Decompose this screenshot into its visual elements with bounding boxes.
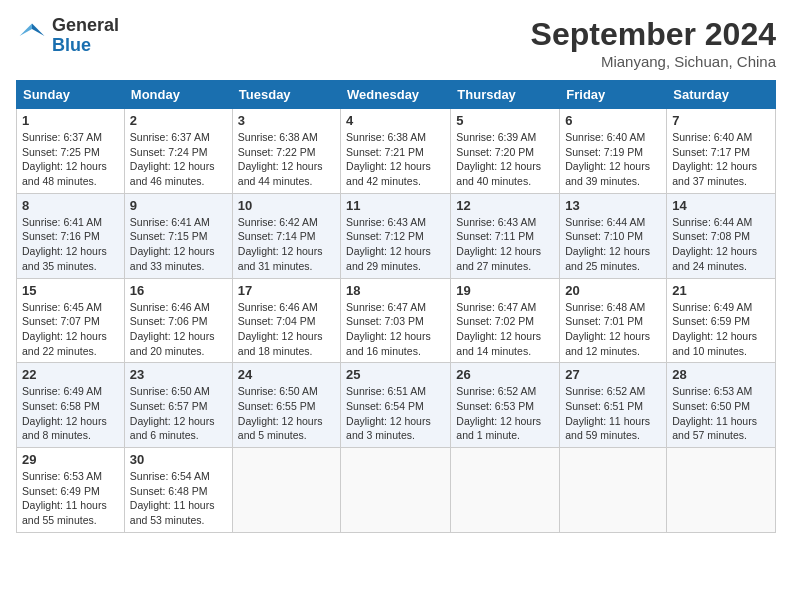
svg-marker-1 — [20, 23, 32, 35]
day-info: and 6 minutes. — [130, 428, 227, 443]
day-info: Sunset: 7:04 PM — [238, 314, 335, 329]
table-row — [667, 448, 776, 533]
day-info: Sunrise: 6:44 AM — [565, 215, 661, 230]
location-text: Mianyang, Sichuan, China — [531, 53, 776, 70]
table-row: 13Sunrise: 6:44 AMSunset: 7:10 PMDayligh… — [560, 193, 667, 278]
day-info: Sunset: 7:06 PM — [130, 314, 227, 329]
table-row — [341, 448, 451, 533]
day-info: Sunrise: 6:50 AM — [238, 384, 335, 399]
day-info: and 24 minutes. — [672, 259, 770, 274]
day-info: Sunrise: 6:43 AM — [456, 215, 554, 230]
day-info: and 39 minutes. — [565, 174, 661, 189]
day-info: Sunset: 7:22 PM — [238, 145, 335, 160]
day-info: and 22 minutes. — [22, 344, 119, 359]
day-info: and 31 minutes. — [238, 259, 335, 274]
day-info: Sunrise: 6:38 AM — [238, 130, 335, 145]
table-row: 5Sunrise: 6:39 AMSunset: 7:20 PMDaylight… — [451, 109, 560, 194]
day-info: Sunset: 6:48 PM — [130, 484, 227, 499]
table-row: 22Sunrise: 6:49 AMSunset: 6:58 PMDayligh… — [17, 363, 125, 448]
table-row — [232, 448, 340, 533]
table-row: 23Sunrise: 6:50 AMSunset: 6:57 PMDayligh… — [124, 363, 232, 448]
day-info: Sunset: 7:21 PM — [346, 145, 445, 160]
table-row: 20Sunrise: 6:48 AMSunset: 7:01 PMDayligh… — [560, 278, 667, 363]
day-number: 16 — [130, 283, 227, 298]
day-info: Sunrise: 6:40 AM — [565, 130, 661, 145]
day-info: Sunset: 6:51 PM — [565, 399, 661, 414]
day-number: 2 — [130, 113, 227, 128]
day-info: Sunrise: 6:44 AM — [672, 215, 770, 230]
table-row: 12Sunrise: 6:43 AMSunset: 7:11 PMDayligh… — [451, 193, 560, 278]
title-block: September 2024 Mianyang, Sichuan, China — [531, 16, 776, 70]
day-number: 13 — [565, 198, 661, 213]
table-row: 27Sunrise: 6:52 AMSunset: 6:51 PMDayligh… — [560, 363, 667, 448]
day-info: Sunset: 6:49 PM — [22, 484, 119, 499]
day-info: Sunset: 7:20 PM — [456, 145, 554, 160]
table-row: 21Sunrise: 6:49 AMSunset: 6:59 PMDayligh… — [667, 278, 776, 363]
day-info: Sunrise: 6:50 AM — [130, 384, 227, 399]
day-info: and 27 minutes. — [456, 259, 554, 274]
table-row — [560, 448, 667, 533]
day-number: 1 — [22, 113, 119, 128]
day-info: Sunrise: 6:39 AM — [456, 130, 554, 145]
table-row: 29Sunrise: 6:53 AMSunset: 6:49 PMDayligh… — [17, 448, 125, 533]
day-info: and 46 minutes. — [130, 174, 227, 189]
day-info: Sunrise: 6:49 AM — [22, 384, 119, 399]
day-info: Daylight: 12 hours — [346, 244, 445, 259]
day-number: 7 — [672, 113, 770, 128]
day-info: and 1 minute. — [456, 428, 554, 443]
calendar-header-row: Sunday Monday Tuesday Wednesday Thursday… — [17, 81, 776, 109]
calendar-table: Sunday Monday Tuesday Wednesday Thursday… — [16, 80, 776, 533]
page-header: General Blue September 2024 Mianyang, Si… — [16, 16, 776, 70]
day-info: Sunset: 6:54 PM — [346, 399, 445, 414]
table-row: 18Sunrise: 6:47 AMSunset: 7:03 PMDayligh… — [341, 278, 451, 363]
col-tuesday: Tuesday — [232, 81, 340, 109]
day-info: Daylight: 11 hours — [130, 498, 227, 513]
day-info: Daylight: 12 hours — [22, 244, 119, 259]
day-info: Sunrise: 6:52 AM — [565, 384, 661, 399]
day-number: 10 — [238, 198, 335, 213]
col-friday: Friday — [560, 81, 667, 109]
day-info: Daylight: 12 hours — [565, 244, 661, 259]
day-info: Daylight: 12 hours — [238, 244, 335, 259]
day-info: Sunrise: 6:42 AM — [238, 215, 335, 230]
day-info: and 33 minutes. — [130, 259, 227, 274]
day-info: Daylight: 12 hours — [672, 329, 770, 344]
calendar-week-row: 29Sunrise: 6:53 AMSunset: 6:49 PMDayligh… — [17, 448, 776, 533]
col-saturday: Saturday — [667, 81, 776, 109]
day-number: 6 — [565, 113, 661, 128]
svg-marker-0 — [32, 23, 44, 35]
table-row: 2Sunrise: 6:37 AMSunset: 7:24 PMDaylight… — [124, 109, 232, 194]
day-info: Sunrise: 6:49 AM — [672, 300, 770, 315]
day-info: Sunrise: 6:40 AM — [672, 130, 770, 145]
table-row: 26Sunrise: 6:52 AMSunset: 6:53 PMDayligh… — [451, 363, 560, 448]
day-info: Daylight: 12 hours — [130, 414, 227, 429]
day-info: and 42 minutes. — [346, 174, 445, 189]
day-info: Daylight: 12 hours — [456, 329, 554, 344]
day-info: Daylight: 12 hours — [238, 159, 335, 174]
table-row: 19Sunrise: 6:47 AMSunset: 7:02 PMDayligh… — [451, 278, 560, 363]
day-number: 20 — [565, 283, 661, 298]
day-info: Sunrise: 6:45 AM — [22, 300, 119, 315]
day-info: Daylight: 12 hours — [346, 414, 445, 429]
day-info: Sunset: 7:14 PM — [238, 229, 335, 244]
day-info: Sunset: 6:55 PM — [238, 399, 335, 414]
day-info: Daylight: 11 hours — [565, 414, 661, 429]
table-row: 28Sunrise: 6:53 AMSunset: 6:50 PMDayligh… — [667, 363, 776, 448]
day-info: and 20 minutes. — [130, 344, 227, 359]
day-info: Sunset: 6:50 PM — [672, 399, 770, 414]
day-info: Daylight: 12 hours — [130, 244, 227, 259]
day-number: 28 — [672, 367, 770, 382]
table-row: 3Sunrise: 6:38 AMSunset: 7:22 PMDaylight… — [232, 109, 340, 194]
table-row: 15Sunrise: 6:45 AMSunset: 7:07 PMDayligh… — [17, 278, 125, 363]
day-info: Sunset: 6:59 PM — [672, 314, 770, 329]
day-number: 21 — [672, 283, 770, 298]
day-info: Daylight: 12 hours — [346, 159, 445, 174]
day-number: 27 — [565, 367, 661, 382]
day-info: Sunset: 7:25 PM — [22, 145, 119, 160]
day-info: Daylight: 11 hours — [22, 498, 119, 513]
day-number: 11 — [346, 198, 445, 213]
day-info: Sunrise: 6:46 AM — [238, 300, 335, 315]
day-info: Daylight: 12 hours — [130, 329, 227, 344]
day-info: Sunset: 7:17 PM — [672, 145, 770, 160]
day-number: 12 — [456, 198, 554, 213]
